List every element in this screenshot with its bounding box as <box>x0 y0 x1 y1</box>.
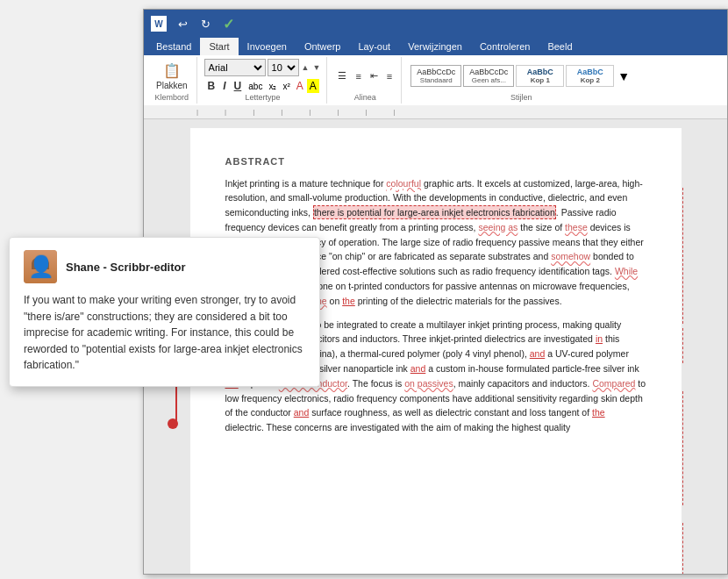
highlight-main: there is potential for large-area inkjet… <box>313 205 556 219</box>
highlight-seeing-as: seeing as <box>478 222 517 232</box>
paragraph-label: Alinea <box>354 93 376 102</box>
plakken-button[interactable]: 📋 Plakken <box>153 61 191 92</box>
avatar <box>24 250 57 283</box>
strikethrough-button[interactable]: abc <box>246 81 265 92</box>
bold-button[interactable]: B <box>204 79 219 93</box>
numbering-button[interactable]: ≡ <box>352 69 364 83</box>
clipboard-group: 📋 Plakken Klembord <box>147 57 197 104</box>
underline-button[interactable]: U <box>231 79 246 93</box>
tab-layout[interactable]: Lay-out <box>349 38 399 55</box>
ribbon-body: 📋 Plakken Klembord Arial 10 ▲ ▼ <box>144 55 727 105</box>
styles-group: AaBbCcDc Standaard AaBbCcDc Geen afs... … <box>403 57 639 104</box>
abstract-title: ABSTRACT <box>225 154 646 169</box>
style-geen[interactable]: AaBbCcDc Geen afs... <box>463 65 514 87</box>
red-dot-connector <box>168 418 178 429</box>
highlight-and4: and <box>294 407 310 418</box>
font-name-select[interactable]: Arial <box>204 59 266 76</box>
save-button[interactable]: ✓ <box>219 16 237 32</box>
avatar-face <box>24 250 57 283</box>
styles-more-button[interactable]: ▼ <box>616 68 632 85</box>
comment-indicator-4 <box>682 523 683 574</box>
ruler: | | | | | | | | <box>144 105 727 119</box>
comment-header: Shane - Scribbr-editor <box>24 250 305 283</box>
style-heading2[interactable]: AaBbC Kop 2 <box>566 65 614 87</box>
style-heading1[interactable]: AaBbC Kop 1 <box>516 65 564 87</box>
word-icon: W <box>151 16 167 32</box>
comment-indicator-2 <box>682 328 683 363</box>
superscript-button[interactable]: x² <box>280 81 292 92</box>
font-label: Lettertype <box>245 93 280 102</box>
comment-text: If you want to make your writing even st… <box>24 292 305 374</box>
tab-ontwerp[interactable]: Ontwerp <box>296 38 350 55</box>
subscript-button[interactable]: x₂ <box>266 81 279 92</box>
styles-label: Stijlen <box>510 93 532 102</box>
highlight-the1: the <box>342 296 355 306</box>
highlight-button[interactable]: A <box>307 79 319 93</box>
highlight-and2: and <box>530 348 546 359</box>
highlight-the2: the <box>592 407 605 418</box>
tab-verwijzingen[interactable]: Verwijzingen <box>399 38 471 55</box>
font-size-up[interactable]: ▲ <box>301 63 310 72</box>
title-bar-controls: ↩ ↻ ✓ <box>174 16 237 32</box>
comment-author: Shane - Scribbr-editor <box>66 261 186 274</box>
undo-button[interactable]: ↩ <box>174 18 191 31</box>
align-button[interactable]: ≡ <box>383 69 396 83</box>
highlight-colourful: colourful <box>386 178 421 189</box>
font-size-select[interactable]: 10 <box>268 59 299 76</box>
comment-indicator-3 <box>682 391 683 505</box>
title-bar: W ↩ ↻ ✓ <box>144 10 727 38</box>
highlight-in: in <box>596 333 603 344</box>
tab-bestand[interactable]: Bestand <box>147 38 200 55</box>
highlight-these: these <box>565 222 588 232</box>
style-standard[interactable]: AaBbCcDc Standaard <box>410 65 461 87</box>
clipboard-label: Klembord <box>155 93 189 102</box>
indent-button[interactable]: ⇤ <box>367 68 382 83</box>
redo-button[interactable]: ↻ <box>196 18 214 31</box>
highlight-somehow: somehow <box>551 251 590 261</box>
ribbon-tabs: Bestand Start Invoegen Ontwerp Lay-out V… <box>144 38 727 55</box>
highlight-on-passives: on passives <box>404 378 453 389</box>
italic-button[interactable]: I <box>219 79 229 93</box>
tab-start[interactable]: Start <box>200 38 238 55</box>
font-color-button[interactable]: A <box>294 79 306 93</box>
tab-invoegen[interactable]: Invoegen <box>239 38 296 55</box>
paragraph-group: ☰ ≡ ⇤ ≡ Alinea <box>329 57 402 104</box>
bullets-button[interactable]: ☰ <box>334 68 350 83</box>
highlight-compared: Compared <box>592 378 635 389</box>
tab-beeld[interactable]: Beeld <box>539 38 581 55</box>
comment-popup: Shane - Scribbr-editor If you want to ma… <box>9 237 320 387</box>
highlight-and3: and <box>410 363 426 374</box>
font-size-down[interactable]: ▼ <box>312 63 322 72</box>
styles-panel: AaBbCcDc Standaard AaBbCcDc Geen afs... … <box>409 63 633 89</box>
comment-indicator-1 <box>682 188 683 324</box>
font-group: Arial 10 ▲ ▼ B I U abc x₂ x² A A <box>199 57 328 104</box>
tab-controleren[interactable]: Controleren <box>471 38 539 55</box>
